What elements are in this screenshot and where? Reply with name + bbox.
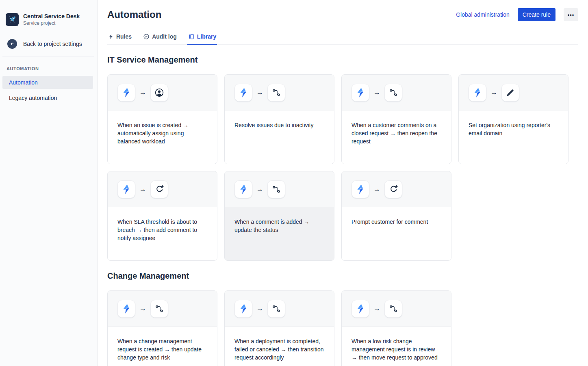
automation-bolt-icon	[234, 300, 252, 318]
automation-bolt-icon	[234, 84, 252, 102]
automation-template-card[interactable]: → When a change management request is cr…	[107, 290, 217, 366]
arrow-right-icon: →	[139, 89, 146, 96]
card-icon-strip: →	[342, 75, 451, 110]
transition-icon	[384, 300, 402, 318]
card-icon-strip: →	[342, 291, 451, 327]
card-body: When SLA threshold is about to breach → …	[108, 207, 217, 260]
tab-bar: Rules Audit log Library	[107, 32, 578, 45]
arrow-right-icon: →	[373, 89, 380, 96]
card-icon-strip: →	[108, 291, 217, 327]
card-body: Prompt customer for comment	[342, 207, 451, 260]
card-title: Set organization using reporter's email …	[469, 121, 558, 137]
arrow-right-icon: →	[256, 186, 263, 193]
card-title: When a customer comments on a closed req…	[351, 121, 441, 145]
project-type: Service project	[23, 20, 80, 26]
card-title: When a low risk change management reques…	[351, 337, 441, 362]
automation-bolt-icon	[469, 84, 486, 102]
tab-audit-log[interactable]: Audit log	[142, 32, 178, 45]
template-section: Change Management → When a change manage…	[107, 271, 578, 366]
card-icon-strip: →	[225, 291, 334, 327]
arrow-right-icon: →	[139, 305, 146, 312]
tab-library[interactable]: Library	[187, 32, 217, 45]
card-grid: → When a change management request is cr…	[107, 290, 578, 366]
refresh-add-icon	[384, 180, 402, 198]
arrow-right-icon: →	[373, 186, 380, 193]
project-avatar-rocket-icon	[6, 13, 19, 26]
card-body: When a deployment is completed, failed o…	[225, 327, 334, 366]
card-title: When an issue is created → automatically…	[117, 121, 207, 145]
automation-template-card[interactable]: → When a deployment is completed, failed…	[224, 290, 334, 366]
automation-template-card[interactable]: → Set organization using reporter's emai…	[458, 74, 568, 164]
check-circle-icon	[143, 33, 150, 40]
back-to-project-settings[interactable]: Back to project settings	[0, 39, 97, 49]
tab-audit-log-label: Audit log	[152, 33, 177, 40]
create-rule-button[interactable]: Create rule	[518, 8, 555, 21]
tab-rules[interactable]: Rules	[107, 32, 132, 45]
automation-template-card[interactable]: → When a customer comments on a closed r…	[341, 74, 451, 164]
refresh-add-icon	[150, 180, 168, 198]
tab-rules-label: Rules	[116, 33, 132, 40]
card-title: When a change management request is crea…	[117, 337, 207, 362]
card-body: When a low risk change management reques…	[342, 327, 451, 366]
automation-bolt-icon	[117, 84, 135, 102]
back-label: Back to project settings	[23, 41, 82, 47]
card-icon-strip: →	[225, 171, 334, 207]
sidebar-item-automation[interactable]: Automation	[2, 76, 93, 89]
global-administration-link[interactable]: Global administration	[456, 11, 510, 18]
automation-template-card[interactable]: → When SLA threshold is about to breach …	[107, 171, 217, 261]
transition-icon	[384, 84, 402, 102]
project-header: Central Service Desk Service project	[0, 13, 97, 26]
main-content: Automation Global administration Create …	[98, 0, 588, 366]
automation-bolt-icon	[351, 300, 369, 318]
sidebar-item-legacy-automation[interactable]: Legacy automation	[2, 91, 93, 104]
arrow-right-icon: →	[373, 305, 380, 312]
automation-template-card[interactable]: → Prompt customer for comment	[341, 171, 451, 261]
card-body: Set organization using reporter's email …	[459, 110, 568, 164]
arrow-right-icon: →	[256, 305, 263, 312]
card-title: When a comment is added → update the sta…	[234, 218, 324, 234]
arrow-right-icon: →	[256, 89, 263, 96]
tab-library-label: Library	[197, 33, 216, 40]
assignee-icon	[150, 84, 168, 102]
edit-icon	[501, 84, 519, 102]
automation-template-card[interactable]: → When a comment is added → update the s…	[224, 171, 334, 261]
page-header: Automation Global administration Create …	[107, 8, 578, 21]
card-title: Resolve issues due to inactivity	[234, 121, 324, 129]
automation-template-card[interactable]: → Resolve issues due to inactivity	[224, 74, 334, 164]
card-body: Resolve issues due to inactivity	[225, 110, 334, 164]
template-section: IT Service Management → When an issue is…	[107, 55, 578, 261]
card-icon-strip: →	[342, 171, 451, 207]
section-title: Change Management	[107, 271, 578, 281]
card-body: When a customer comments on a closed req…	[342, 110, 451, 164]
card-icon-strip: →	[459, 75, 568, 110]
page-title: Automation	[107, 9, 161, 20]
automation-bolt-icon	[351, 180, 369, 198]
sidebar-divider	[2, 56, 94, 56]
transition-icon	[267, 300, 285, 318]
sidebar: Central Service Desk Service project Bac…	[0, 0, 98, 366]
card-icon-strip: →	[225, 75, 334, 110]
transition-icon	[267, 84, 285, 102]
ellipsis-icon: •••	[568, 12, 575, 18]
card-icon-strip: →	[108, 171, 217, 207]
arrow-right-icon: →	[139, 186, 146, 193]
arrow-right-icon: →	[490, 89, 497, 96]
nav-group-label: AUTOMATION	[0, 66, 97, 71]
card-grid: → When an issue is created → automatical…	[107, 74, 578, 261]
lightning-icon	[108, 34, 114, 39]
automation-bolt-icon	[117, 300, 135, 318]
more-menu-button[interactable]: •••	[564, 8, 578, 21]
card-icon-strip: →	[108, 75, 217, 110]
arrow-left-icon	[7, 39, 17, 49]
header-actions: Global administration Create rule •••	[456, 8, 578, 21]
card-title: Prompt customer for comment	[351, 218, 441, 226]
card-title: When a deployment is completed, failed o…	[234, 337, 324, 362]
section-title: IT Service Management	[107, 55, 578, 65]
automation-bolt-icon	[117, 180, 135, 198]
card-title: When SLA threshold is about to breach → …	[117, 218, 207, 242]
library-sections: IT Service Management → When an issue is…	[107, 55, 578, 366]
automation-bolt-icon	[234, 180, 252, 198]
automation-template-card[interactable]: → When a low risk change management requ…	[341, 290, 451, 366]
automation-template-card[interactable]: → When an issue is created → automatical…	[107, 74, 217, 164]
card-body: When a comment is added → update the sta…	[225, 207, 334, 260]
